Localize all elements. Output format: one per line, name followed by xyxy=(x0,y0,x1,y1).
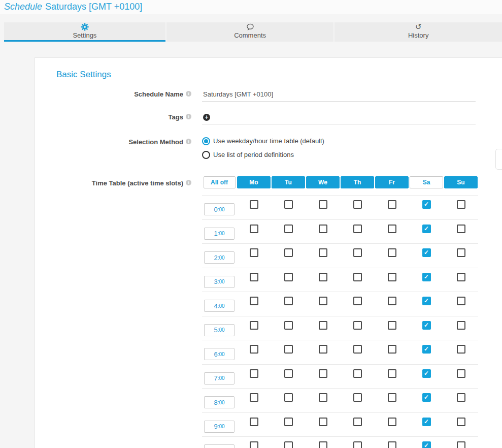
timeslot-checkbox-sa-4[interactable]: ✓ xyxy=(422,297,431,305)
timeslot-checkbox-th-8[interactable] xyxy=(353,393,362,402)
timeslot-checkbox-we-0[interactable] xyxy=(319,200,327,209)
timeslot-checkbox-fr-7[interactable] xyxy=(388,369,396,378)
hour-button-3[interactable]: 3:00 xyxy=(204,276,235,288)
timeslot-checkbox-we-9[interactable] xyxy=(319,418,327,426)
timeslot-checkbox-sa-7[interactable]: ✓ xyxy=(422,369,431,378)
timeslot-checkbox-tu-2[interactable] xyxy=(284,248,293,257)
timeslot-checkbox-tu-8[interactable] xyxy=(284,393,293,402)
timeslot-checkbox-mo-8[interactable] xyxy=(250,393,258,402)
timeslot-checkbox-tu-0[interactable] xyxy=(284,200,293,209)
timeslot-checkbox-fr-3[interactable] xyxy=(388,273,396,281)
timeslot-checkbox-su-5[interactable] xyxy=(457,321,465,330)
timeslot-checkbox-sa-5[interactable]: ✓ xyxy=(422,321,431,330)
timeslot-checkbox-fr-10[interactable] xyxy=(388,441,396,448)
timeslot-checkbox-tu-5[interactable] xyxy=(284,321,293,330)
timeslot-checkbox-we-3[interactable] xyxy=(319,273,327,281)
radio-selected-icon[interactable] xyxy=(202,137,210,145)
day-button-fr[interactable]: Fr xyxy=(375,176,409,188)
timeslot-checkbox-fr-6[interactable] xyxy=(388,345,396,354)
timeslot-checkbox-su-0[interactable] xyxy=(457,200,465,209)
timeslot-checkbox-mo-2[interactable] xyxy=(250,248,258,257)
timeslot-checkbox-su-6[interactable] xyxy=(457,345,465,354)
timeslot-checkbox-su-9[interactable] xyxy=(457,418,465,426)
timeslot-checkbox-su-8[interactable] xyxy=(457,393,465,402)
day-button-we[interactable]: We xyxy=(306,176,340,188)
timeslot-checkbox-tu-4[interactable] xyxy=(284,297,293,305)
timeslot-checkbox-tu-7[interactable] xyxy=(284,369,293,378)
timeslot-checkbox-fr-0[interactable] xyxy=(388,200,396,209)
radio-option-timetable[interactable]: Use weekday/hour time table (default) xyxy=(202,137,476,145)
timeslot-checkbox-sa-8[interactable]: ✓ xyxy=(422,393,431,402)
timeslot-checkbox-mo-5[interactable] xyxy=(250,321,258,330)
hour-button-10[interactable]: 10:00 xyxy=(204,444,235,448)
hour-button-9[interactable]: 9:00 xyxy=(204,421,235,433)
timeslot-checkbox-su-4[interactable] xyxy=(457,297,465,305)
timeslot-checkbox-mo-7[interactable] xyxy=(250,369,258,378)
timeslot-checkbox-su-3[interactable] xyxy=(457,273,465,281)
timeslot-checkbox-th-0[interactable] xyxy=(353,200,362,209)
hour-button-5[interactable]: 5:00 xyxy=(204,324,235,336)
tab-history[interactable]: ↺ History xyxy=(334,22,502,42)
info-icon[interactable]: i xyxy=(186,91,191,97)
timeslot-checkbox-fr-1[interactable] xyxy=(388,225,396,233)
hour-button-1[interactable]: 1:00 xyxy=(204,228,235,240)
hour-button-0[interactable]: 0:00 xyxy=(204,203,235,215)
hour-button-2[interactable]: 2:00 xyxy=(204,251,235,264)
timeslot-checkbox-su-10[interactable] xyxy=(457,441,465,448)
hour-button-7[interactable]: 7:00 xyxy=(204,372,235,385)
timeslot-checkbox-fr-9[interactable] xyxy=(388,418,396,426)
timeslot-checkbox-sa-10[interactable]: ✓ xyxy=(422,441,431,448)
timeslot-checkbox-tu-3[interactable] xyxy=(284,273,293,281)
timeslot-checkbox-tu-1[interactable] xyxy=(284,225,293,233)
timeslot-checkbox-we-7[interactable] xyxy=(319,369,327,378)
timeslot-checkbox-mo-9[interactable] xyxy=(250,418,258,426)
info-icon[interactable]: i xyxy=(186,139,191,144)
timeslot-checkbox-we-8[interactable] xyxy=(319,393,327,402)
timeslot-checkbox-mo-6[interactable] xyxy=(250,345,258,354)
timeslot-checkbox-we-10[interactable] xyxy=(319,441,327,448)
timeslot-checkbox-mo-1[interactable] xyxy=(250,225,258,233)
timeslot-checkbox-th-1[interactable] xyxy=(353,225,362,233)
schedule-name-input[interactable]: Saturdays [GMT +0100] xyxy=(202,89,476,102)
all-off-button[interactable]: All off xyxy=(204,176,236,188)
hour-button-6[interactable]: 6:00 xyxy=(204,348,235,360)
timeslot-checkbox-th-4[interactable] xyxy=(353,297,362,305)
timeslot-checkbox-we-2[interactable] xyxy=(319,248,327,257)
timeslot-checkbox-su-7[interactable] xyxy=(457,369,465,378)
tab-settings[interactable]: Settings xyxy=(4,22,165,42)
timeslot-checkbox-sa-1[interactable]: ✓ xyxy=(422,225,431,233)
timeslot-checkbox-fr-4[interactable] xyxy=(388,297,396,305)
timeslot-checkbox-mo-3[interactable] xyxy=(250,273,258,281)
day-button-tu[interactable]: Tu xyxy=(272,176,305,188)
day-button-su[interactable]: Su xyxy=(444,176,478,188)
timeslot-checkbox-sa-2[interactable]: ✓ xyxy=(422,248,431,257)
timeslot-checkbox-th-10[interactable] xyxy=(353,441,362,448)
timeslot-checkbox-fr-5[interactable] xyxy=(388,321,396,330)
timeslot-checkbox-th-2[interactable] xyxy=(353,248,362,257)
timeslot-checkbox-sa-9[interactable]: ✓ xyxy=(422,418,431,426)
timeslot-checkbox-fr-8[interactable] xyxy=(388,393,396,402)
timeslot-checkbox-we-4[interactable] xyxy=(319,297,327,305)
timeslot-checkbox-mo-0[interactable] xyxy=(250,200,258,209)
radio-option-periods[interactable]: Use list of period definitions xyxy=(202,151,476,159)
timeslot-checkbox-we-1[interactable] xyxy=(319,225,327,233)
add-tag-icon[interactable]: + xyxy=(203,114,210,121)
info-icon[interactable]: i xyxy=(186,180,191,185)
timeslot-checkbox-tu-10[interactable] xyxy=(284,441,293,448)
timeslot-checkbox-th-3[interactable] xyxy=(353,273,362,281)
timeslot-checkbox-su-2[interactable] xyxy=(457,248,465,257)
timeslot-checkbox-mo-4[interactable] xyxy=(250,297,258,305)
timeslot-checkbox-th-9[interactable] xyxy=(353,418,362,426)
tab-comments[interactable]: Comments xyxy=(166,22,334,42)
timeslot-checkbox-sa-0[interactable]: ✓ xyxy=(422,200,431,209)
tags-input[interactable]: + xyxy=(202,112,476,125)
day-button-th[interactable]: Th xyxy=(341,176,374,188)
timeslot-checkbox-su-1[interactable] xyxy=(457,225,465,233)
info-icon[interactable]: i xyxy=(186,114,191,119)
timeslot-checkbox-we-6[interactable] xyxy=(319,345,327,354)
timeslot-checkbox-fr-2[interactable] xyxy=(388,248,396,257)
timeslot-checkbox-sa-3[interactable]: ✓ xyxy=(422,273,431,281)
timeslot-checkbox-th-5[interactable] xyxy=(353,321,362,330)
timeslot-checkbox-we-5[interactable] xyxy=(319,321,327,330)
timeslot-checkbox-th-7[interactable] xyxy=(353,369,362,378)
